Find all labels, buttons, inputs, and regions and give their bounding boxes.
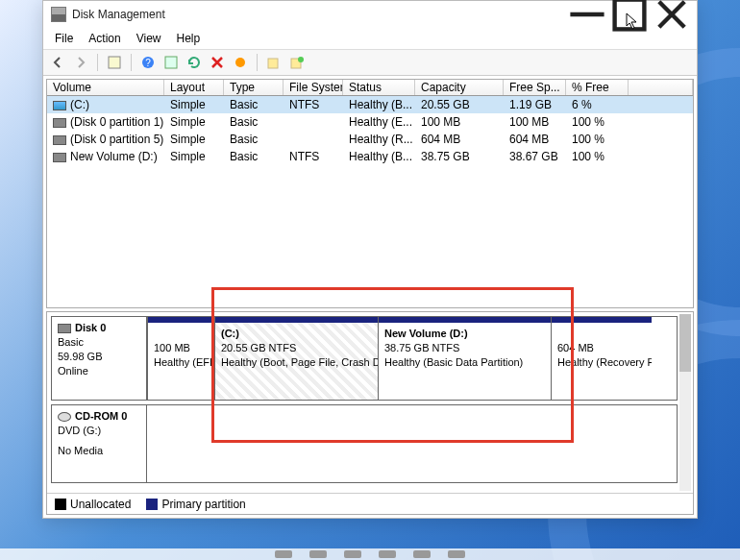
close-button[interactable] [651,1,693,28]
volume-icon [53,118,66,128]
taskbar-icon[interactable] [379,550,396,558]
minimize-button[interactable] [566,1,608,28]
volume-row[interactable]: (C:)SimpleBasicNTFSHealthy (B...20.55 GB… [47,96,693,113]
menu-file[interactable]: File [47,30,81,47]
svg-point-8 [235,58,245,67]
volume-row[interactable]: (Disk 0 partition 1)SimpleBasicHealthy (… [47,113,693,131]
legend: Unallocated Primary partition [47,493,693,514]
volume-list[interactable]: Volume Layout Type File System Status Ca… [46,79,694,308]
disk-label[interactable]: CD-ROM 0DVD (G:)No Media [51,404,147,483]
disk-icon [58,324,71,333]
partition[interactable]: (C:)20.55 GB NTFSHealthy (Boot, Page Fil… [214,317,378,400]
menu-action[interactable]: Action [81,30,128,47]
taskbar-icon[interactable] [275,550,292,558]
disk-row[interactable]: CD-ROM 0DVD (G:)No Media [51,404,678,483]
disk-label[interactable]: Disk 0Basic59.98 GBOnline [51,316,147,401]
legend-unallocated: Unallocated [55,498,131,511]
svg-rect-1 [615,0,645,29]
legend-primary: Primary partition [146,498,245,511]
app-icon [51,7,66,22]
forward-button[interactable] [70,52,91,73]
svg-point-11 [298,57,304,62]
properties-button[interactable] [160,52,182,73]
taskbar-icon[interactable] [309,550,327,558]
refresh-button[interactable] [184,52,205,73]
col-type[interactable]: Type [224,80,284,95]
menu-help[interactable]: Help [169,30,209,47]
disk-partitions [147,404,678,483]
partition[interactable]: New Volume (D:)38.75 GB NTFSHealthy (Bas… [378,317,551,400]
new-partition-button[interactable] [263,52,284,73]
volume-list-header: Volume Layout Type File System Status Ca… [47,80,693,96]
content-area: Volume Layout Type File System Status Ca… [43,76,697,518]
partition[interactable]: 100 MBHealthy (EFI S [147,317,214,400]
window-title: Disk Management [72,8,566,21]
volume-row[interactable]: (Disk 0 partition 5)SimpleBasicHealthy (… [47,131,693,148]
col-percentfree[interactable]: % Free [566,80,629,95]
scrollbar[interactable] [679,314,691,491]
col-volume[interactable]: Volume [47,80,164,95]
menubar: File Action View Help [43,28,697,49]
col-extra[interactable] [629,80,693,95]
col-freespace[interactable]: Free Sp... [504,80,566,95]
taskbar-icon[interactable] [448,550,465,558]
svg-rect-9 [268,59,278,68]
partition[interactable]: 604 MBHealthy (Recovery Pa [551,317,652,400]
volume-icon [53,135,66,145]
titlebar[interactable]: Disk Management [43,1,697,28]
scan-button[interactable] [104,52,125,73]
svg-text:?: ? [145,58,151,68]
maximize-button[interactable] [608,1,651,28]
volume-icon [53,153,66,162]
scrollbar-thumb[interactable] [679,314,691,372]
taskbar-icon[interactable] [344,550,361,558]
disk-graphical-view[interactable]: Disk 0Basic59.98 GBOnline 100 MBHealthy … [46,311,694,515]
settings-icon[interactable] [230,52,251,73]
disk-partitions: 100 MBHealthy (EFI S(C:)20.55 GB NTFSHea… [147,316,678,401]
taskbar-icon[interactable] [413,550,431,558]
svg-rect-7 [165,57,177,68]
col-capacity[interactable]: Capacity [415,80,504,95]
cdrom-icon [58,412,71,422]
disk-management-window: Disk Management File Action View Help ? [42,0,698,519]
volume-icon [53,101,66,110]
format-button[interactable] [286,52,308,73]
col-layout[interactable]: Layout [164,80,224,95]
back-button[interactable] [47,52,68,73]
col-filesystem[interactable]: File System [284,80,343,95]
col-status[interactable]: Status [343,80,415,95]
toolbar: ? [43,49,697,76]
volume-row[interactable]: New Volume (D:)SimpleBasicNTFSHealthy (B… [47,148,693,165]
menu-view[interactable]: View [129,30,169,47]
delete-button[interactable] [207,52,228,73]
svg-rect-4 [109,57,120,68]
taskbar[interactable] [0,548,740,560]
disk-row[interactable]: Disk 0Basic59.98 GBOnline 100 MBHealthy … [51,316,678,401]
help-tool-button[interactable]: ? [137,52,159,73]
